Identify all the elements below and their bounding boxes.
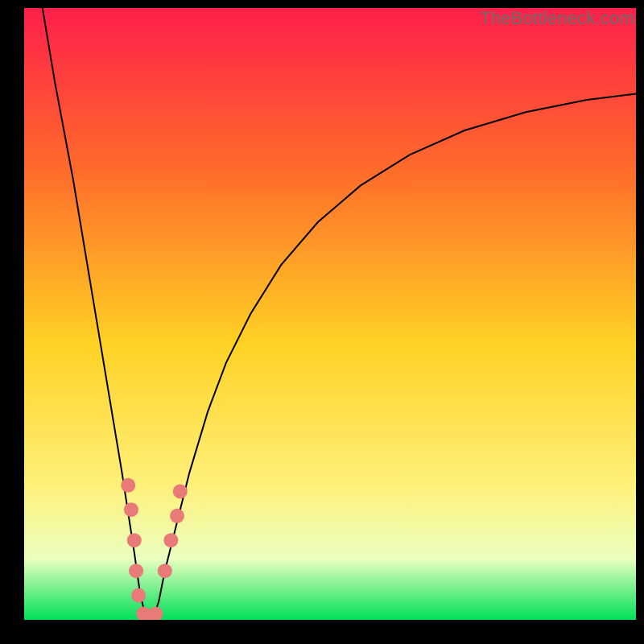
plot-area — [24, 8, 636, 620]
data-marker — [158, 564, 172, 578]
data-marker — [129, 564, 143, 578]
data-marker — [121, 478, 135, 493]
data-marker — [124, 502, 138, 517]
data-marker — [148, 606, 163, 620]
data-marker — [131, 588, 146, 603]
curve-overlay — [24, 8, 636, 620]
data-markers — [121, 478, 188, 620]
data-marker — [127, 533, 142, 547]
chart-frame: TheBottleneck.com — [0, 0, 644, 644]
data-marker — [170, 509, 184, 523]
data-marker — [173, 484, 188, 498]
bottleneck-curve — [43, 8, 636, 620]
data-marker — [163, 533, 178, 547]
